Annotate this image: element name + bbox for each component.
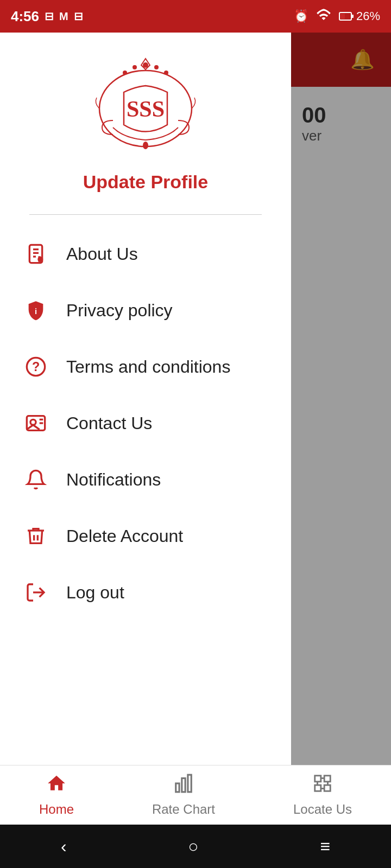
time-display: 4:56 (11, 8, 39, 25)
svg-point-11 (143, 142, 148, 149)
delete-account-label: Delete Account (66, 526, 183, 546)
svg-rect-31 (315, 785, 321, 791)
svg-rect-1 (340, 14, 345, 19)
rate-chart-label: Rate Chart (152, 802, 215, 817)
svg-text:?: ? (32, 360, 40, 374)
svg-rect-32 (324, 785, 330, 791)
menu-item-about-us[interactable]: i About Us (22, 226, 269, 282)
status-right: ⏰ 26% (294, 9, 380, 24)
svg-rect-27 (182, 778, 185, 792)
privacy-policy-label: Privacy policy (66, 301, 173, 321)
rate-chart-icon (173, 773, 194, 799)
android-nav-bar: ‹ ○ ≡ (0, 825, 391, 868)
svg-text:SSS: SSS (127, 97, 165, 122)
alarm-icon: ⏰ (294, 9, 308, 23)
contact-us-label: Contact Us (66, 413, 152, 433)
sim-icon-1: ⊟ (45, 10, 54, 23)
navigation-drawer: SSS Update Profile i (0, 33, 291, 835)
privacy-policy-icon: i (22, 296, 50, 324)
bottom-nav: Home Rate Chart Locate Us (0, 765, 391, 825)
about-us-icon: i (22, 240, 50, 268)
about-us-label: About Us (66, 244, 138, 264)
terms-label: Terms and conditions (66, 357, 230, 377)
terms-icon: ? (22, 353, 50, 381)
contact-us-icon (22, 409, 50, 437)
nav-item-rate-chart[interactable]: Rate Chart (152, 773, 215, 817)
home-label: Home (39, 802, 74, 817)
svg-point-6 (133, 65, 137, 69)
sss-logo: SSS (91, 54, 200, 163)
menu-item-terms[interactable]: ? Terms and conditions (22, 339, 269, 395)
recents-button[interactable]: ≡ (320, 837, 330, 857)
nav-item-locate-us[interactable]: Locate Us (293, 773, 352, 817)
menu-item-contact-us[interactable]: Contact Us (22, 395, 269, 451)
logout-icon (22, 578, 50, 607)
menu-list: i About Us i Privacy policy ? Terms an (0, 226, 291, 621)
svg-rect-26 (176, 783, 179, 792)
svg-point-7 (164, 71, 168, 75)
delete-account-icon (22, 522, 50, 550)
menu-item-delete-account[interactable]: Delete Account (22, 508, 269, 564)
logo-area: SSS Update Profile (0, 33, 291, 209)
drawer-dim-overlay (291, 33, 391, 868)
sim-icon-2: M (59, 10, 68, 23)
logout-label: Log out (66, 583, 124, 603)
svg-rect-28 (188, 775, 191, 792)
svg-rect-29 (315, 776, 321, 782)
menu-item-logout[interactable]: Log out (22, 564, 269, 621)
menu-item-privacy-policy[interactable]: i Privacy policy (22, 282, 269, 339)
menu-item-notifications[interactable]: Notifications (22, 451, 269, 508)
svg-point-5 (154, 65, 159, 69)
drawer-divider (29, 214, 262, 215)
notifications-label: Notifications (66, 470, 161, 490)
notifications-icon (22, 465, 50, 494)
battery-icon: 26% (339, 9, 380, 23)
svg-rect-2 (351, 15, 354, 18)
status-left: 4:56 ⊟ M ⊟ (11, 8, 83, 25)
locate-us-icon (312, 773, 333, 799)
home-button[interactable]: ○ (188, 837, 198, 857)
svg-text:i: i (39, 257, 40, 262)
nav-item-home[interactable]: Home (39, 773, 74, 817)
svg-text:i: i (35, 307, 37, 316)
svg-rect-30 (324, 776, 330, 782)
sim-icon-3: ⊟ (74, 10, 83, 23)
wifi-icon (316, 9, 331, 24)
home-icon (46, 773, 67, 799)
status-bar: 4:56 ⊟ M ⊟ ⏰ 26% (0, 0, 391, 33)
update-profile-text[interactable]: Update Profile (83, 171, 208, 193)
back-button[interactable]: ‹ (61, 837, 67, 857)
battery-percent: 26% (356, 9, 380, 23)
svg-point-8 (123, 71, 127, 75)
locate-us-label: Locate Us (293, 802, 352, 817)
